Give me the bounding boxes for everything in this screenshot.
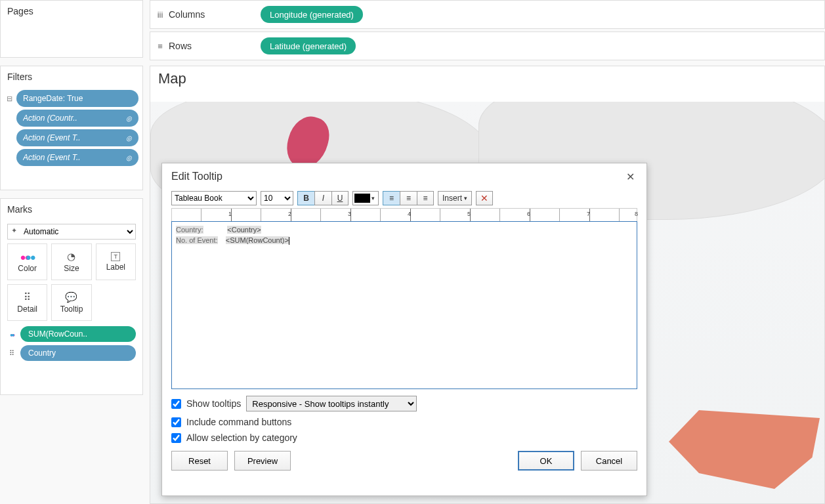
filter-row[interactable]: Action (Event T..◎ [5,129,138,146]
tooltip-editor[interactable]: Country: <Country> No. of Event: <SUM(Ro… [171,221,637,389]
rows-label: Rows [169,41,192,51]
reset-button[interactable]: Reset [171,451,228,471]
ok-button[interactable]: OK [518,451,574,471]
font-select[interactable]: Tableau Book [171,191,257,205]
columns-shelf[interactable]: iii Columns Longitude (generated) [150,0,825,29]
font-color-picker[interactable]: ▾ [352,191,379,205]
tooltip-icon: 💬 [65,291,77,303]
editor-field-rowcount: <SUM(RowCount)> [226,236,289,244]
mark-pill-country: Country [20,345,136,361]
color-icon [20,251,35,262]
rows-shelf[interactable]: ≡ Rows Latitude (generated) [150,32,825,60]
filter-pill-action-event-2: Action (Event T..◎ [16,149,138,166]
tooltip-mode-select[interactable]: Responsive - Show tooltips instantly [246,396,417,411]
filters-panel: Filters ⊟ RangeDate: True Action (Countr… [0,66,143,190]
rows-pill-latitude[interactable]: Latitude (generated) [261,37,356,54]
insert-field-dropdown[interactable]: Insert▾ [438,191,472,205]
mark-pill-row[interactable]: SUM(RowCoun.. [7,326,136,342]
italic-button[interactable]: I [314,191,331,205]
marks-color-button[interactable]: Color [7,243,47,280]
sheet-title[interactable]: Map [150,66,824,91]
marks-title: Marks [1,199,142,220]
marks-label-button[interactable]: T Label [96,243,136,280]
mark-type-select[interactable]: Automatic [7,224,136,240]
dropdown-icon: ▾ [464,195,467,201]
detail-icon: ⠿ [7,349,16,358]
map-region-highlight-orange [669,410,820,489]
dropdown-icon: ▾ [371,195,375,201]
close-button[interactable]: ✕ [624,168,637,186]
bold-button[interactable]: B [297,191,314,205]
mark-pill-row[interactable]: ⠿ Country [7,345,136,361]
clear-button[interactable]: ✕ [476,191,493,205]
preview-button[interactable]: Preview [234,451,291,471]
edit-tooltip-dialog: Edit Tooltip ✕ Tableau Book 10 B I U ▾ ≡… [161,163,647,496]
editor-label: No. of Event: [176,236,218,244]
marks-size-button[interactable]: ◔ Size [51,243,91,280]
editor-label: Country: [176,226,203,234]
underline-button[interactable]: U [331,191,349,205]
mark-pill-sum-rowcount: SUM(RowCoun.. [20,326,136,342]
target-icon: ◎ [126,154,132,161]
filter-row[interactable]: Action (Countr..◎ [5,110,138,127]
detail-icon: ⠿ [24,291,31,303]
filter-row[interactable]: Action (Event T..◎ [5,149,138,166]
color-icon [7,330,16,338]
align-left-button[interactable]: ≡ [383,191,400,205]
include-command-buttons-label: Include command buttons [186,417,291,427]
font-size-select[interactable]: 10 [261,191,293,205]
set-icon: ⊟ [5,94,14,103]
editor-field-country: <Country> [227,226,261,234]
label-icon: T [111,252,120,261]
marks-tooltip-button[interactable]: 💬 Tooltip [51,284,91,321]
automatic-icon: ✦ [11,226,17,235]
filters-title: Filters [1,66,142,87]
size-icon: ◔ [67,251,75,262]
columns-pill-longitude[interactable]: Longitude (generated) [261,6,363,23]
filter-pill-action-event-1: Action (Event T..◎ [16,129,138,146]
marks-detail-button[interactable]: ⠿ Detail [7,284,47,321]
rows-icon: ≡ [156,41,165,51]
columns-label: Columns [169,9,205,20]
show-tooltips-checkbox[interactable] [171,399,181,409]
dialog-title: Edit Tooltip [171,171,222,182]
allow-selection-label: Allow selection by category [186,432,297,443]
pages-title: Pages [1,1,142,22]
include-command-buttons-checkbox[interactable] [171,417,181,427]
filter-pill-action-country: Action (Countr..◎ [16,110,138,127]
filter-row[interactable]: ⊟ RangeDate: True [5,90,138,107]
pages-panel: Pages [0,0,143,58]
allow-selection-checkbox[interactable] [171,433,181,443]
align-right-button[interactable]: ≡ [417,191,434,205]
target-icon: ◎ [126,115,132,122]
format-toolbar: Tableau Book 10 B I U ▾ ≡ ≡ ≡ Insert▾ ✕ [162,190,646,207]
align-center-button[interactable]: ≡ [400,191,417,205]
marks-panel: Marks ✦ Automatic Color ◔ Size T Label ⠿… [0,198,143,395]
filter-pill-rangedate: RangeDate: True [16,90,138,107]
show-tooltips-label: Show tooltips [186,398,241,409]
target-icon: ◎ [126,135,132,142]
ruler[interactable]: 1 2 3 4 5 6 7 8 [171,208,637,221]
cancel-button[interactable]: Cancel [581,451,637,471]
text-cursor [289,237,289,245]
columns-icon: iii [156,10,165,20]
